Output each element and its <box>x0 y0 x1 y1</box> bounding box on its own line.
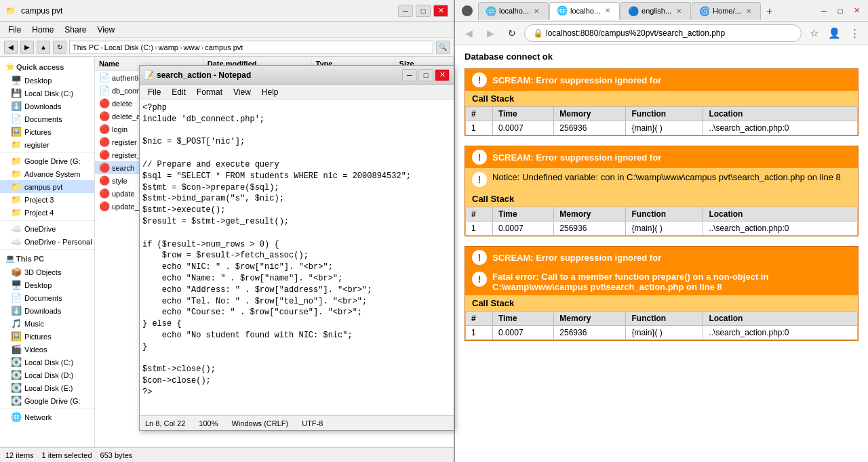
sidebar-item-onedrive[interactable]: ☁️OneDrive <box>0 222 94 235</box>
notepad-menu-view[interactable]: View <box>228 86 256 98</box>
browser-close-btn[interactable]: ✕ <box>849 5 864 17</box>
browser-minimize-btn[interactable]: ─ <box>816 5 831 17</box>
sidebar-item-register[interactable]: 📁register <box>0 138 94 151</box>
callstack-time: 0.0007 <box>492 326 553 340</box>
bookmark-btn[interactable]: ☆ <box>804 24 823 43</box>
sidebar-item-localdisk-e[interactable]: 💽Local Disk (E:) <box>0 381 94 394</box>
callstack-table-2: # Time Memory Function Location 1 0.0007 <box>465 311 858 340</box>
callstack-location: ..\search_action.php:0 <box>703 222 858 236</box>
notepad-menu-help[interactable]: Help <box>256 86 284 98</box>
sidebar-quickaccess-header[interactable]: ⭐Quick access <box>0 60 94 74</box>
callstack-2: Call Stack # Time Memory Function Locati… <box>465 295 858 340</box>
tab-close-3[interactable]: ✕ <box>744 6 753 16</box>
user-btn[interactable]: 👤 <box>825 24 844 43</box>
callstack-header-2: Call Stack <box>465 295 858 311</box>
callstack-num: 1 <box>466 326 493 340</box>
callstack-col-num: # <box>466 207 493 222</box>
sidebar-item-googledrive[interactable]: 📁Google Drive (G: <box>0 154 94 167</box>
sidebar-item-documents2[interactable]: 📄Documents <box>0 291 94 304</box>
notepad-menu-format[interactable]: Format <box>191 86 228 98</box>
sidebar-item-videos[interactable]: 🎬Videos <box>0 343 94 356</box>
notepad-minimize-btn[interactable]: ─ <box>402 69 417 81</box>
sidebar-thispc-header[interactable]: 💻This PC <box>0 251 94 266</box>
sidebar-item-project4[interactable]: 📁Project 4 <box>0 206 94 219</box>
tab-close-1[interactable]: ✕ <box>603 6 612 16</box>
status-item-count: 12 items <box>5 451 34 459</box>
callstack-function: {main}( ) <box>626 222 703 236</box>
forward-btn[interactable]: ▶ <box>20 41 34 54</box>
browser-maximize-btn[interactable]: □ <box>833 5 848 17</box>
forward-nav-btn[interactable]: ▶ <box>481 24 500 43</box>
sidebar-item-advance-system[interactable]: 📁Advance System <box>0 167 94 180</box>
error-icon-0: ! <box>472 72 487 87</box>
notepad-icon: 📝 <box>144 70 154 80</box>
browser-url-bar[interactable]: 🔒 localhost:8080/campus%20pvt/search_act… <box>524 24 802 42</box>
path-campus: campus pvt <box>205 43 243 51</box>
sidebar-item-3dobjects[interactable]: 📦3D Objects <box>0 266 94 278</box>
explorer-folder-icon: 📁 <box>5 6 16 16</box>
sidebar-item-pictures[interactable]: 🖼️Pictures <box>0 125 94 138</box>
browser-tab-3[interactable]: 🌀 Home/... ✕ <box>692 2 761 20</box>
browser-navbar: ◀ ▶ ↻ 🔒 localhost:8080/campus%20pvt/sear… <box>455 22 868 45</box>
sidebar-item-music[interactable]: 🎵Music <box>0 317 94 330</box>
notepad-close-btn[interactable]: ✕ <box>435 69 450 81</box>
reload-nav-btn[interactable]: ↻ <box>502 24 521 43</box>
explorer-maximize-btn[interactable]: □ <box>416 5 431 17</box>
sidebar-item-googledrive2[interactable]: 💽Google Drive (G: <box>0 394 94 407</box>
notepad-maximize-btn[interactable]: □ <box>418 69 433 81</box>
sidebar-item-desktop2[interactable]: 🖥️Desktop <box>0 278 94 291</box>
error-block-2: ! SCREAM: Error suppression ignored for … <box>465 246 859 341</box>
browser-url-text: localhost:8080/campus%20pvt/search_actio… <box>546 28 793 38</box>
scream-text-1: SCREAM: Error suppression ignored for <box>492 152 661 163</box>
notepad-menu-file[interactable]: File <box>142 86 166 98</box>
explorer-menubar: File Home Share View <box>0 22 454 38</box>
browser-tab-1[interactable]: 🌐 localho... ✕ <box>549 2 620 20</box>
menu-view[interactable]: View <box>92 24 120 36</box>
callstack-col-function: Function <box>626 207 703 222</box>
address-path[interactable]: This PC › Local Disk (C:) › wamp › www ›… <box>69 41 433 54</box>
sidebar-item-desktop[interactable]: 🖥️Desktop <box>0 74 94 87</box>
explorer-minimize-btn[interactable]: ─ <box>398 5 413 17</box>
tab-label-0: localho... <box>499 7 529 15</box>
explorer-close-btn[interactable]: ✕ <box>433 5 448 17</box>
menu-home[interactable]: Home <box>26 24 59 36</box>
tab-label-3: Home/... <box>713 7 741 15</box>
db-connect-status: Database connect ok <box>465 51 859 62</box>
callstack-col-memory: Memory <box>554 312 626 326</box>
notepad-encoding: UTF-8 <box>302 419 323 427</box>
sidebar-item-localdisk-c2[interactable]: 💽Local Disk (C:) <box>0 356 94 369</box>
refresh-btn[interactable]: ↻ <box>53 41 66 54</box>
fatal-text-2: Fatal error: Call to a member function p… <box>492 272 851 292</box>
up-btn[interactable]: ▲ <box>37 41 50 54</box>
new-tab-btn[interactable]: + <box>762 3 778 20</box>
browser-tab-0[interactable]: 🌐 localho... ✕ <box>478 2 549 20</box>
sidebar-item-localdisk-c[interactable]: 💾Local Disk (C:) <box>0 87 94 100</box>
error-icon-2a: ! <box>472 250 487 265</box>
back-btn[interactable]: ◀ <box>4 41 18 54</box>
sidebar-item-localdisk-d[interactable]: 💽Local Disk (D:) <box>0 369 94 381</box>
callstack-row: 1 0.0007 256936 {main}( ) ..\search_acti… <box>466 121 858 135</box>
sidebar-item-documents[interactable]: 📄Documents <box>0 112 94 125</box>
notepad-menu-edit[interactable]: Edit <box>166 86 191 98</box>
main-container: 📁 campus pvt ─ □ ✕ File Home Share View … <box>0 0 868 462</box>
tab-close-2[interactable]: ✕ <box>674 6 684 16</box>
menu-share[interactable]: Share <box>59 24 92 36</box>
sidebar-item-downloads[interactable]: ⬇️Downloads <box>0 100 94 112</box>
more-btn[interactable]: ⋮ <box>845 24 864 43</box>
notepad-menubar: File Edit Format View Help <box>140 85 454 100</box>
sidebar-item-campus-pvt[interactable]: 📁campus pvt <box>0 180 94 193</box>
sidebar-item-project3[interactable]: 📁Project 3 <box>0 193 94 206</box>
tab-close-0[interactable]: ✕ <box>532 6 541 16</box>
sidebar-item-network[interactable]: 🌐Network <box>0 411 94 423</box>
sidebar-item-downloads2[interactable]: ⬇️Downloads <box>0 304 94 317</box>
search-path-btn[interactable]: 🔍 <box>436 41 450 54</box>
sidebar-item-onedrive-personal[interactable]: ☁️OneDrive - Personal <box>0 235 94 248</box>
sidebar-item-pictures2[interactable]: 🖼️Pictures <box>0 330 94 343</box>
notepad-content[interactable]: <?php include 'db_connect.php'; $nic = $… <box>140 100 454 415</box>
tab-label-1: localho... <box>570 7 600 15</box>
menu-file[interactable]: File <box>3 24 26 36</box>
path-thispc: This PC <box>73 43 99 51</box>
browser-tab-2[interactable]: 🔵 english... ✕ <box>620 2 691 20</box>
back-nav-btn[interactable]: ◀ <box>459 24 478 43</box>
tab-icon-0: 🌐 <box>486 6 496 16</box>
